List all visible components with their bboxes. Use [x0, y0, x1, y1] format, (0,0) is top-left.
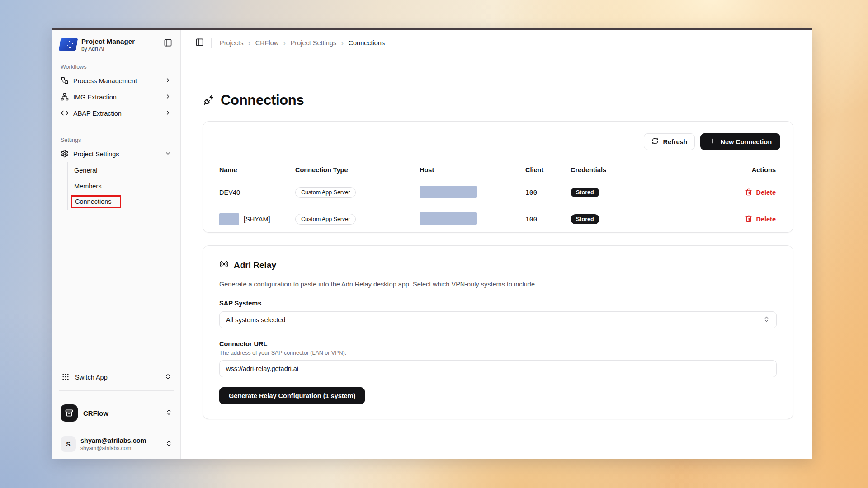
project-settings-subtree: General Members Connections [67, 162, 175, 210]
breadcrumb-projects[interactable]: Projects [220, 39, 243, 47]
sidebar-item-project-settings[interactable]: Project Settings [58, 146, 175, 162]
sidebar: Project Manager by Adri AI Workflows Pro… [52, 30, 181, 459]
trash-icon [745, 188, 752, 197]
table-header-row: Name Connection Type Host Client Credent… [203, 162, 793, 179]
breadcrumb-separator: › [341, 40, 343, 47]
refresh-button[interactable]: Refresh [644, 133, 695, 150]
workspace-icon [61, 404, 78, 422]
sidebar-item-abap-extraction[interactable]: ABAP Extraction [58, 105, 175, 122]
chevron-right-icon [165, 77, 171, 85]
workspace-name: CRFlow [83, 409, 160, 417]
connections-table: Name Connection Type Host Client Credent… [203, 162, 793, 232]
panel-left-icon [164, 38, 172, 48]
red-annotation-box: Connections [71, 195, 121, 208]
sidebar-toggle-button[interactable] [194, 37, 205, 49]
new-connection-button[interactable]: New Connection [700, 133, 780, 150]
redacted-name [219, 213, 239, 225]
credentials-badge: Stored [571, 188, 599, 197]
col-header-client: Client [525, 162, 571, 179]
chevrons-up-down-icon [165, 373, 171, 381]
relay-description: Generate a configuration to paste into t… [219, 281, 777, 288]
workspace-switcher[interactable]: CRFlow [58, 402, 175, 424]
table-row: DEV40 Custom App Server 100 Stored [203, 179, 793, 206]
breadcrumb-separator: › [283, 40, 285, 47]
page-title: Connections [221, 92, 304, 108]
col-header-name: Name [203, 162, 295, 179]
chevron-right-icon [165, 93, 171, 101]
breadcrumb-project-settings[interactable]: Project Settings [291, 39, 337, 47]
user-name: shyam@atrilabs.com [80, 436, 161, 445]
code-icon [61, 109, 69, 118]
sidebar-item-img-extraction[interactable]: IMG Extraction [58, 89, 175, 105]
gear-icon [61, 150, 69, 159]
col-header-actions: Actions [734, 162, 793, 179]
chevron-down-icon [165, 150, 171, 158]
chevrons-up-down-icon [763, 316, 770, 324]
sap-systems-label: SAP Systems [219, 300, 777, 307]
workflow-icon [61, 76, 69, 86]
plug-zap-icon [203, 94, 215, 107]
connection-name: DEV40 [219, 189, 295, 196]
main-header: Projects › CRFlow › Project Settings › C… [181, 30, 812, 56]
page-scroll-area[interactable]: Connections Refresh New Connec [181, 56, 812, 459]
chevrons-up-down-icon [165, 409, 172, 418]
connection-type-badge: Custom App Server [295, 214, 356, 225]
plus-icon [709, 137, 716, 146]
breadcrumb-crflow[interactable]: CRFlow [255, 39, 279, 47]
app-logo [59, 38, 78, 51]
main-content: Projects › CRFlow › Project Settings › C… [181, 30, 812, 459]
app-subtitle: by Adri AI [81, 46, 158, 52]
redacted-host [420, 186, 477, 198]
sidebar-item-general[interactable]: General [74, 162, 175, 178]
switch-app-button[interactable]: Switch App [58, 369, 175, 386]
col-header-host: Host [420, 162, 525, 179]
sidebar-item-process-management[interactable]: Process Management [58, 73, 175, 89]
redacted-host [420, 212, 477, 225]
delete-button[interactable]: Delete [745, 215, 776, 224]
connection-name: [SHYAM] [244, 216, 270, 223]
sidebar-header: Project Manager by Adri AI [58, 37, 175, 52]
chevrons-up-down-icon [165, 440, 172, 449]
user-email: shyam@atrilabs.com [80, 445, 161, 452]
sidebar-collapse-button[interactable] [163, 38, 173, 49]
connector-url-input[interactable] [219, 360, 777, 377]
col-header-type: Connection Type [295, 162, 420, 179]
connection-client: 100 [525, 206, 571, 233]
connector-url-help: The address of your SAP connector (LAN o… [219, 350, 777, 356]
app-title: Project Manager [81, 38, 158, 45]
generate-relay-config-button[interactable]: Generate Relay Configuration (1 system) [219, 387, 365, 404]
table-row: [SHYAM] Custom App Server 100 [203, 206, 793, 233]
refresh-icon [651, 137, 659, 146]
credentials-badge: Stored [571, 214, 599, 224]
relay-title: Adri Relay [234, 260, 276, 270]
chevron-right-icon [165, 109, 171, 117]
radio-icon [219, 259, 229, 271]
delete-button[interactable]: Delete [745, 188, 776, 197]
sidebar-item-connections[interactable]: Connections [74, 194, 175, 210]
app-window: Project Manager by Adri AI Workflows Pro… [52, 28, 812, 459]
sap-systems-select[interactable]: All systems selected [219, 311, 777, 328]
col-header-credentials: Credentials [571, 162, 734, 179]
sidebar-item-members[interactable]: Members [74, 178, 175, 194]
adri-relay-card: Adri Relay Generate a configuration to p… [203, 245, 793, 419]
panel-left-icon [195, 38, 204, 48]
connection-client: 100 [525, 179, 571, 206]
breadcrumb-connections: Connections [349, 39, 385, 47]
connections-card: Refresh New Connection Name Connection T… [203, 121, 793, 233]
settings-section-label: Settings [61, 137, 175, 143]
divider [59, 390, 174, 391]
trash-icon [745, 215, 752, 224]
grid-icon [61, 373, 70, 382]
avatar: S [61, 436, 76, 452]
divider [211, 38, 212, 48]
network-icon [61, 93, 69, 102]
connector-url-label: Connector URL [219, 340, 777, 347]
breadcrumb-separator: › [248, 40, 250, 47]
breadcrumb: Projects › CRFlow › Project Settings › C… [220, 39, 385, 47]
connection-type-badge: Custom App Server [295, 187, 356, 198]
divider [59, 429, 174, 429]
user-menu[interactable]: S shyam@atrilabs.com shyam@atrilabs.com [58, 434, 175, 453]
workflows-section-label: Workflows [61, 64, 175, 70]
